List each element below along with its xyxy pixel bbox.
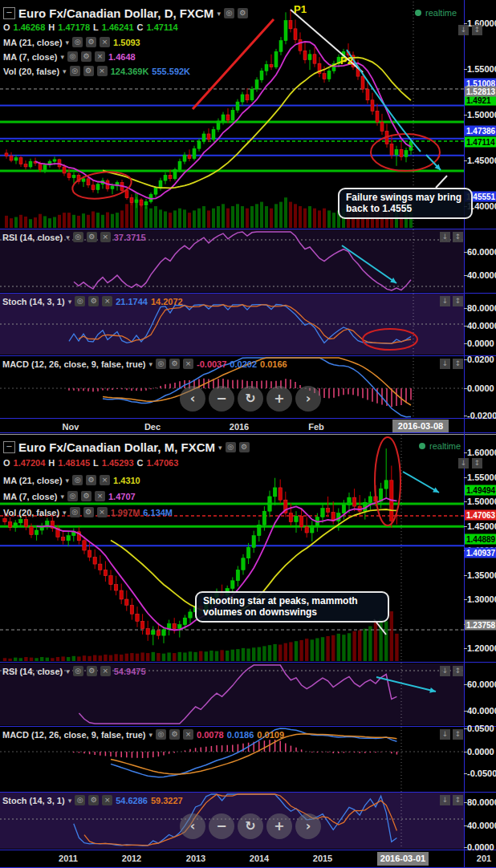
gear-icon[interactable]: ⚙ — [88, 296, 99, 306]
axis-tick — [464, 359, 467, 360]
gear-icon[interactable]: ⚙ — [169, 359, 180, 369]
eye-icon[interactable]: ◎ — [156, 729, 166, 740]
gear-icon[interactable]: ⚙ — [87, 232, 97, 242]
eye-icon[interactable]: ◎ — [67, 491, 78, 501]
collapse-chart-icon[interactable]: − — [3, 441, 15, 453]
chart-title[interactable]: Euro Fx/Canadian Dollar, M, FXCM — [18, 440, 215, 454]
gear-icon[interactable]: ⚙ — [169, 729, 180, 740]
p1-label[interactable]: P1 — [294, 3, 307, 15]
scroll-right-button[interactable]: › — [295, 386, 321, 412]
close-icon[interactable]: × — [183, 729, 193, 740]
close-icon[interactable]: × — [95, 51, 105, 62]
chevron-down-icon[interactable]: ▾ — [68, 298, 72, 306]
axis-tick — [464, 69, 467, 70]
chevron-down-icon[interactable]: ▾ — [218, 444, 222, 452]
collapse-pane-button[interactable]: ↓ — [440, 232, 450, 242]
maximize-pane-button[interactable]: ↕ — [472, 458, 482, 468]
gear-icon[interactable]: ⚙ — [239, 442, 250, 452]
chevron-down-icon[interactable]: ▾ — [66, 477, 70, 485]
eye-icon[interactable]: ◎ — [226, 442, 236, 452]
close-icon[interactable]: × — [100, 37, 110, 47]
gear-icon[interactable]: ⚙ — [86, 475, 96, 485]
collapse-pane-button[interactable]: ↓ — [440, 359, 450, 369]
scroll-left-button[interactable]: ‹ — [180, 813, 205, 839]
zoom-out-button[interactable]: − — [209, 386, 234, 412]
eye-icon[interactable]: ◎ — [224, 8, 234, 18]
maximize-pane-button[interactable]: ↕ — [453, 729, 463, 740]
rsi-value: 54.9475 — [114, 667, 146, 676]
chevron-down-icon[interactable]: ▾ — [63, 509, 67, 517]
scroll-left-button[interactable]: ‹ — [180, 386, 205, 412]
gear-icon[interactable]: ⚙ — [87, 666, 97, 676]
collapse-pane-button[interactable]: ↓ — [458, 458, 469, 468]
eye-icon[interactable]: ◎ — [73, 232, 83, 242]
close-icon[interactable]: × — [100, 475, 110, 485]
close-icon[interactable]: × — [95, 491, 105, 501]
collapse-pane-button[interactable]: ↓ — [440, 795, 450, 805]
maximize-pane-button[interactable]: ↕ — [453, 296, 463, 306]
chevron-down-icon[interactable]: ▾ — [66, 233, 70, 241]
collapse-pane-button[interactable]: ↓ — [458, 25, 469, 35]
maximize-pane-button[interactable]: ↕ — [472, 25, 482, 35]
collapse-pane-button[interactable]: ↓ — [440, 729, 450, 740]
zoom-in-button[interactable]: + — [266, 813, 292, 839]
chevron-down-icon[interactable]: ▾ — [60, 53, 64, 61]
close-icon[interactable]: × — [102, 795, 112, 805]
gear-icon[interactable]: ⚙ — [86, 37, 96, 47]
close-icon[interactable]: × — [97, 507, 108, 517]
ma21-value: 1.5093 — [113, 38, 140, 47]
eye-icon[interactable]: ◎ — [75, 795, 85, 805]
maximize-pane-button[interactable]: ↕ — [453, 359, 463, 369]
close-icon[interactable]: × — [102, 296, 112, 306]
time-axis-label: 2011 — [59, 854, 78, 863]
collapse-chart-icon[interactable]: − — [3, 7, 15, 19]
gear-icon[interactable]: ⚙ — [238, 8, 248, 18]
chevron-down-icon[interactable]: ▾ — [68, 797, 72, 805]
maximize-pane-button[interactable]: ↕ — [453, 666, 463, 676]
axis-tick — [464, 477, 467, 478]
zoom-in-button[interactable]: + — [266, 386, 292, 412]
axis-tick — [464, 684, 467, 685]
chevron-down-icon[interactable]: ▾ — [66, 667, 70, 675]
axis-tick — [464, 847, 467, 848]
chart-title[interactable]: Euro Fx/Canadian Dollar, D, FXCM — [18, 6, 213, 20]
close-icon[interactable]: × — [97, 66, 108, 76]
chevron-down-icon[interactable]: ▾ — [217, 10, 221, 18]
scroll-right-button[interactable]: › — [295, 813, 321, 839]
chevron-down-icon[interactable]: ▾ — [63, 67, 67, 75]
gear-icon[interactable]: ⚙ — [81, 51, 91, 62]
annotation-daily[interactable]: Failure swings may bring back to 1.4555 — [338, 188, 473, 219]
realtime-indicator: realtime — [419, 441, 461, 451]
vol-ma-value: 555.592K — [152, 67, 190, 76]
zoom-out-button[interactable]: − — [209, 813, 234, 839]
close-icon[interactable]: × — [183, 359, 193, 369]
chevron-down-icon[interactable]: ▾ — [66, 39, 70, 47]
annotation-monthly[interactable]: Shooting star at peaks, mammoth volumes … — [195, 591, 389, 623]
gear-icon[interactable]: ⚙ — [83, 507, 94, 517]
eye-icon[interactable]: ◎ — [72, 37, 83, 47]
gear-icon[interactable]: ⚙ — [83, 66, 94, 76]
eye-icon[interactable]: ◎ — [70, 507, 80, 517]
gear-icon[interactable]: ⚙ — [81, 491, 91, 501]
chevron-down-icon[interactable]: ▾ — [60, 493, 64, 501]
maximize-pane-button[interactable]: ↕ — [453, 232, 463, 242]
eye-icon[interactable]: ◎ — [67, 51, 78, 62]
open-label: O — [3, 458, 10, 468]
eye-icon[interactable]: ◎ — [73, 666, 83, 676]
gear-icon[interactable]: ⚙ — [88, 795, 99, 805]
reset-view-button[interactable]: ↻ — [238, 813, 263, 839]
close-icon[interactable]: × — [100, 666, 111, 676]
eye-icon[interactable]: ◎ — [156, 359, 166, 369]
eye-icon[interactable]: ◎ — [70, 66, 80, 76]
collapse-pane-button[interactable]: ↓ — [440, 666, 450, 676]
chevron-down-icon[interactable]: ▾ — [149, 731, 153, 739]
close-icon[interactable]: × — [100, 232, 111, 242]
collapse-pane-button[interactable]: ↓ — [440, 296, 450, 306]
eye-icon[interactable]: ◎ — [75, 296, 85, 306]
p2-label[interactable]: P2 — [340, 55, 353, 67]
ma7-value: 1.4707 — [108, 492, 136, 501]
maximize-pane-button[interactable]: ↕ — [453, 795, 463, 805]
reset-view-button[interactable]: ↻ — [238, 386, 263, 412]
eye-icon[interactable]: ◎ — [72, 475, 83, 485]
chevron-down-icon[interactable]: ▾ — [149, 360, 153, 368]
